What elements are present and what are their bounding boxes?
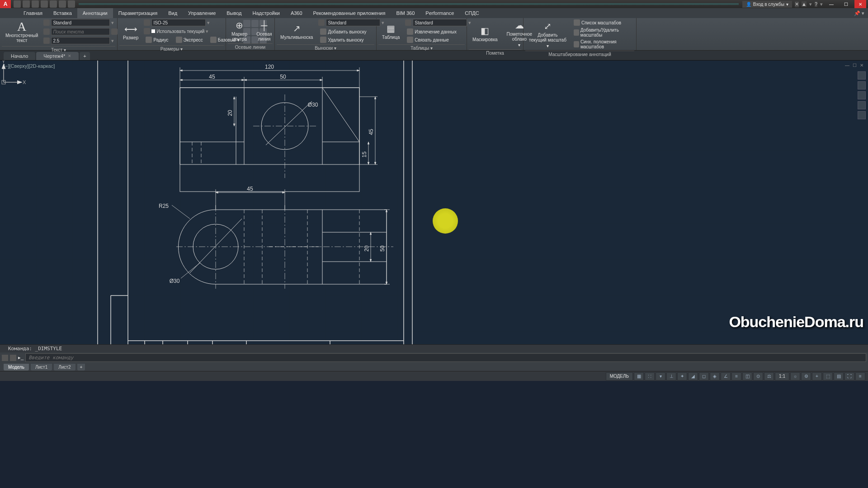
status-trans-icon[interactable]: ◫ [742, 372, 752, 380]
wipeout-button[interactable]: ◧Маскировка [469, 24, 501, 43]
status-model-button[interactable]: МОДЕЛЬ [606, 372, 633, 380]
status-scale-button[interactable]: 1:1 [775, 372, 789, 380]
tab-output[interactable]: Вывод [221, 8, 247, 18]
dim-style-select[interactable] [151, 19, 206, 26]
status-polar-icon[interactable]: ✦ [677, 372, 687, 380]
nav-show-icon[interactable] [858, 111, 866, 119]
nav-zoom-icon[interactable] [858, 91, 866, 99]
tab-insert[interactable]: Вставка [48, 8, 77, 18]
minimize-button[interactable]: — [826, 0, 837, 8]
status-qprop-icon[interactable]: ▤ [834, 372, 844, 380]
saveas-icon[interactable] [41, 0, 48, 8]
tab-view[interactable]: Вид [163, 8, 183, 18]
vp-maximize-icon[interactable]: ☐ [852, 62, 857, 68]
express-button[interactable]: Экспресс [174, 36, 205, 43]
cmd-options-icon[interactable] [10, 355, 16, 361]
panel-title-dim[interactable]: Размеры ▾ [119, 45, 224, 52]
close-tab-icon[interactable]: ✕ [68, 54, 71, 58]
undo-icon[interactable] [59, 0, 66, 8]
command-input[interactable] [25, 353, 866, 362]
scale-list-button[interactable]: Список масштабов [572, 19, 634, 26]
vp-close-icon[interactable]: ✕ [859, 62, 864, 68]
tab-parametric[interactable]: Параметризация [113, 8, 163, 18]
print-icon[interactable] [50, 0, 57, 8]
status-lw-icon[interactable]: ≡ [731, 372, 741, 380]
nav-wheel-icon[interactable] [858, 71, 866, 80]
tab-start[interactable]: Начало [4, 52, 35, 60]
status-osnap-icon[interactable]: ◻ [699, 372, 709, 380]
centerline-button[interactable]: ┼Осевая линия [253, 19, 276, 42]
status-custom-icon[interactable]: ≡ [855, 372, 865, 380]
add-layout-button[interactable]: + [77, 364, 85, 371]
find-icon[interactable] [111, 28, 118, 35]
status-3dosnap-icon[interactable]: ◈ [710, 372, 720, 380]
app-icon[interactable]: ▲ [802, 1, 807, 7]
tab-apps[interactable]: Рекомендованные приложения [308, 8, 391, 18]
tab-a360[interactable]: A360 [285, 8, 308, 18]
tab-spds[interactable]: СПДС [459, 8, 484, 18]
tab-drawing[interactable]: Чертеж4*✕ [36, 52, 79, 60]
table-style-select[interactable] [413, 19, 467, 26]
save-icon[interactable] [32, 0, 39, 8]
tab-manage[interactable]: Управление [183, 8, 221, 18]
ucs-icon[interactable]: X Y [0, 61, 27, 88]
status-cycle-icon[interactable]: ⊙ [753, 372, 763, 380]
nav-pan-icon[interactable] [858, 81, 866, 89]
login-button[interactable]: 👤Вход в службы▾ [742, 1, 792, 8]
add-current-scale-button[interactable]: ⤢Добавить текущий масштаб ▾ [525, 20, 570, 49]
status-ortho-icon[interactable]: ⊥ [666, 372, 676, 380]
status-iso-icon[interactable]: ◢ [688, 372, 698, 380]
close-button[interactable]: ✕ [854, 0, 866, 8]
status-visibility-icon[interactable]: ☼ [790, 372, 800, 380]
status-snap-icon[interactable]: ⸬ [645, 372, 655, 380]
add-leader-button[interactable]: Добавить выноску [318, 28, 384, 35]
link-data-button[interactable]: Связать данные [405, 36, 471, 43]
add-tab-button[interactable]: + [80, 52, 90, 60]
dimension-button[interactable]: ⟷ Размер [119, 23, 142, 41]
status-clean-icon[interactable]: ⛶ [844, 372, 854, 380]
status-grid-icon[interactable]: ▦ [634, 372, 644, 380]
sync-scales-button[interactable]: Синх. положения масштабов [572, 39, 634, 50]
tab-bim360[interactable]: BIM 360 [391, 8, 420, 18]
radius-button[interactable]: Радиус [144, 36, 170, 43]
status-annomon-icon[interactable]: + [812, 372, 822, 380]
cmd-close-icon[interactable] [2, 355, 8, 361]
status-otrack-icon[interactable]: ∠ [721, 372, 731, 380]
ribbon-expand-icon[interactable]: 📌 ▾ [854, 10, 864, 16]
table-button[interactable]: ▦Таблица [378, 22, 403, 41]
status-infer-icon[interactable]: ▾ [656, 372, 665, 380]
help-icon[interactable]: ? [815, 1, 817, 7]
nav-orbit-icon[interactable] [858, 101, 866, 109]
new-icon[interactable] [14, 0, 21, 8]
tab-layout2[interactable]: Лист2 [54, 364, 75, 371]
tab-model[interactable]: Модель [4, 364, 29, 371]
vp-minimize-icon[interactable]: — [844, 62, 850, 68]
drawing-canvas[interactable]: [−][Сверху][2D-каркас] — ☐ ✕ [0, 61, 868, 344]
redo-icon[interactable] [68, 0, 75, 8]
status-ws-icon[interactable]: ⚙ [801, 372, 811, 380]
mtext-button[interactable]: A Многострочный текст [2, 20, 42, 44]
text-height-input[interactable] [51, 37, 110, 44]
use-current-layer[interactable]: Использовать текущий [156, 29, 204, 34]
status-anno-icon[interactable]: ⚖ [764, 372, 774, 380]
centermark-button[interactable]: ⊕Маркер центра [228, 19, 251, 42]
tab-performance[interactable]: Performance [420, 8, 459, 18]
text-search-input[interactable] [51, 28, 110, 35]
tab-annotations[interactable]: Аннотации [77, 8, 113, 18]
panel-title-leaders[interactable]: Выноски ▾ [277, 44, 374, 52]
mleader-button[interactable]: ↗Мультивыноска [277, 22, 316, 41]
app-logo[interactable]: A [0, 0, 11, 8]
maximize-button[interactable]: ☐ [840, 0, 852, 8]
text-style-select[interactable] [51, 19, 110, 26]
panel-title-tables[interactable]: Таблицы ▾ [378, 44, 465, 52]
exchange-icon[interactable]: ✕ [795, 1, 799, 7]
status-units-icon[interactable]: ⬚ [823, 372, 833, 380]
tab-addins[interactable]: Надстройки [247, 8, 285, 18]
add-remove-scales-button[interactable]: Добавить/Удалить масштабы [572, 27, 634, 38]
remove-leader-button[interactable]: Удалить выноску [318, 36, 384, 43]
tab-layout1[interactable]: Лист1 [31, 364, 52, 371]
open-icon[interactable] [23, 0, 30, 8]
tab-home[interactable]: Главная [18, 8, 48, 18]
leader-style-select[interactable] [326, 19, 380, 26]
extract-data-button[interactable]: Извлечение данных [405, 28, 471, 35]
